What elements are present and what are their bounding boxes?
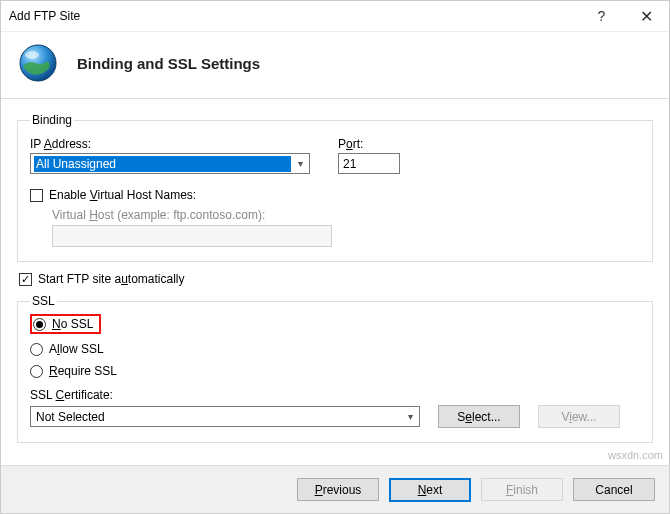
view-certificate-button: View...: [538, 405, 620, 428]
text: P: [338, 137, 346, 151]
text: A: [49, 342, 57, 356]
enable-virtual-host-label: Enable Virtual Host Names:: [49, 188, 196, 202]
enable-virtual-host-checkbox[interactable]: [30, 189, 43, 202]
previous-button[interactable]: Previous: [297, 478, 379, 501]
titlebar: Add FTP Site ? ✕: [1, 1, 669, 32]
port-label: Port:: [338, 137, 400, 151]
ssl-legend: SSL: [30, 294, 57, 308]
text: H: [89, 208, 98, 222]
text: irtual Host Names:: [98, 188, 197, 202]
dialog-window: Add FTP Site ? ✕ Binding and SSL Setting…: [0, 0, 670, 514]
next-button[interactable]: Next: [389, 478, 471, 502]
no-ssl-label: No SSL: [52, 317, 93, 331]
text: P: [315, 483, 323, 497]
chevron-down-icon: ▾: [401, 411, 419, 422]
text: N: [52, 317, 61, 331]
footer: Previous Next Finish Cancel: [1, 465, 669, 513]
ssl-certificate-combo[interactable]: Not Selected ▾: [30, 406, 420, 427]
text: IP: [30, 137, 44, 151]
globe-icon: [17, 42, 59, 84]
ssl-certificate-label: SSL Certificate:: [30, 388, 640, 402]
text: u: [121, 272, 128, 286]
text: ew...: [572, 410, 597, 424]
text: Start FTP site a: [38, 272, 121, 286]
header: Binding and SSL Settings: [1, 32, 669, 99]
text: Enable: [49, 188, 90, 202]
text: rt:: [353, 137, 364, 151]
text: C: [56, 388, 65, 402]
ip-address-combo[interactable]: All Unassigned ▾: [30, 153, 310, 174]
text: A: [44, 137, 52, 151]
text: revious: [323, 483, 362, 497]
virtual-host-input: [52, 225, 332, 247]
virtual-host-label: Virtual Host (example: ftp.contoso.com):: [52, 208, 265, 222]
binding-group: Binding IP Address: All Unassigned ▾ Por…: [17, 113, 653, 262]
text: Cancel: [595, 483, 632, 497]
select-certificate-button[interactable]: Select...: [438, 405, 520, 428]
text: R: [49, 364, 58, 378]
text: V: [90, 188, 98, 202]
text: equire SSL: [58, 364, 117, 378]
page-heading: Binding and SSL Settings: [77, 55, 260, 72]
text: ddress:: [52, 137, 91, 151]
port-field: Port: 21: [338, 137, 400, 174]
text: e: [465, 410, 472, 424]
no-ssl-highlight: No SSL: [30, 314, 101, 334]
autostart-label: Start FTP site automatically: [38, 272, 185, 286]
cancel-button[interactable]: Cancel: [573, 478, 655, 501]
require-ssl-radio[interactable]: [30, 365, 43, 378]
ssl-certificate-value: Not Selected: [34, 410, 401, 424]
require-ssl-label: Require SSL: [49, 364, 117, 378]
close-button[interactable]: ✕: [624, 1, 669, 31]
text: ost (example: ftp.contoso.com):: [98, 208, 265, 222]
svg-point-0: [20, 45, 56, 81]
text: ertificate:: [64, 388, 113, 402]
no-ssl-radio[interactable]: [33, 318, 46, 331]
text: SSL: [30, 388, 56, 402]
text: o SSL: [61, 317, 94, 331]
chevron-down-icon: ▾: [291, 158, 309, 169]
virtual-host-block: Virtual Host (example: ftp.contoso.com):: [30, 208, 640, 247]
text: low SSL: [60, 342, 104, 356]
window-title: Add FTP Site: [9, 9, 579, 23]
port-input[interactable]: 21: [338, 153, 400, 174]
finish-button: Finish: [481, 478, 563, 501]
allow-ssl-radio[interactable]: [30, 343, 43, 356]
svg-point-1: [25, 51, 39, 59]
binding-legend: Binding: [30, 113, 74, 127]
content-area: Binding IP Address: All Unassigned ▾ Por…: [1, 99, 669, 443]
port-value: 21: [343, 157, 356, 171]
ssl-group: SSL No SSL Allow SSL: [17, 294, 653, 443]
text: lect...: [472, 410, 501, 424]
ip-address-value: All Unassigned: [34, 156, 291, 172]
allow-ssl-label: Allow SSL: [49, 342, 104, 356]
watermark: wsxdn.com: [608, 449, 663, 461]
text: inish: [513, 483, 538, 497]
autostart-checkbox[interactable]: [19, 273, 32, 286]
autostart-row: Start FTP site automatically: [19, 272, 653, 286]
help-button[interactable]: ?: [579, 1, 624, 31]
text: o: [346, 137, 353, 151]
text: tomatically: [128, 272, 185, 286]
ip-address-label: IP Address:: [30, 137, 310, 151]
text: ext: [426, 483, 442, 497]
text: Virtual: [52, 208, 89, 222]
ip-address-field: IP Address: All Unassigned ▾: [30, 137, 310, 174]
